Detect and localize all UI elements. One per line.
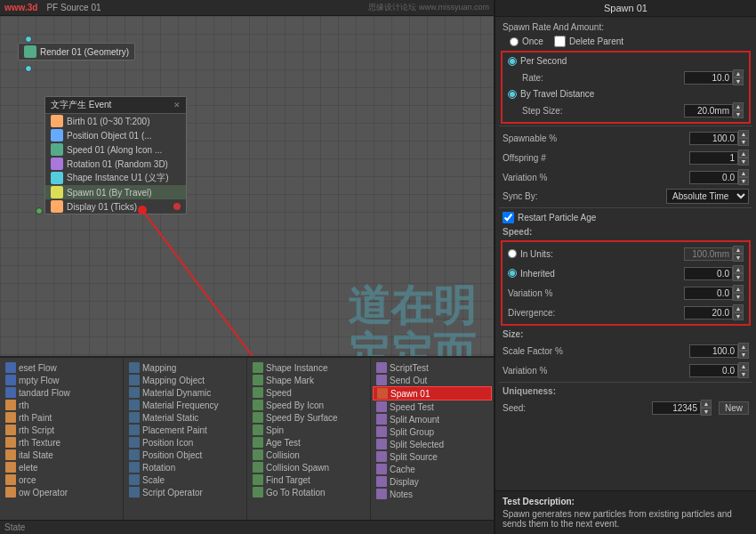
item-collision-spawn[interactable]: Collision Spawn xyxy=(249,461,368,473)
rate-input[interactable] xyxy=(684,71,733,85)
event-panel-close[interactable]: ✕ xyxy=(173,101,181,109)
seed-up-btn[interactable]: ▲ xyxy=(701,400,712,408)
item-split-amount[interactable]: Split Amount xyxy=(373,413,492,425)
rate-down-btn[interactable]: ▼ xyxy=(733,77,744,85)
item-material-dynamic[interactable]: Material Dynamic xyxy=(125,386,245,399)
item-reset-flow[interactable]: eset Flow xyxy=(2,361,121,374)
variation-up-btn-2[interactable]: ▲ xyxy=(733,285,744,293)
item-placement-paint[interactable]: Placement Paint xyxy=(125,424,245,436)
variation-spinner-1[interactable]: ▲ ▼ xyxy=(689,169,749,185)
event-birth[interactable]: Birth 01 (0~30 T:200) xyxy=(45,114,186,128)
step-size-input[interactable] xyxy=(684,104,733,117)
item-material-frequency[interactable]: Material Frequency xyxy=(125,399,245,411)
item-spawn-highlighted[interactable]: Spawn 01 xyxy=(373,386,492,400)
item-birth-texture[interactable]: rth Texture xyxy=(2,436,121,449)
divergence-input[interactable] xyxy=(684,306,733,320)
rate-spinner[interactable]: ▲ ▼ xyxy=(684,69,744,85)
size-var-up-btn[interactable]: ▲ xyxy=(738,362,749,370)
item-position-icon[interactable]: Position Icon xyxy=(125,436,245,449)
item-birth-script[interactable]: rth Script xyxy=(2,424,121,436)
seed-input[interactable] xyxy=(652,401,701,415)
offspring-down-btn[interactable]: ▼ xyxy=(738,158,749,166)
spawnable-up-btn[interactable]: ▲ xyxy=(738,130,749,138)
item-go-to-rotation[interactable]: Go To Rotation xyxy=(249,486,368,498)
sync-by-select[interactable]: Absolute Time Particle Age Event Duratio… xyxy=(666,189,749,204)
item-initial-state[interactable]: ital State xyxy=(2,449,121,461)
item-delete[interactable]: elete xyxy=(2,461,121,473)
in-units-radio[interactable] xyxy=(508,249,517,258)
step-size-up-btn[interactable]: ▲ xyxy=(733,102,744,110)
spawnable-down-btn[interactable]: ▼ xyxy=(738,138,749,146)
size-var-down-btn[interactable]: ▼ xyxy=(738,370,749,378)
event-shape-instance[interactable]: Shape Instance U1 (义字) xyxy=(45,171,186,185)
item-flow-operator[interactable]: ow Operator xyxy=(2,486,121,498)
item-spin[interactable]: Spin xyxy=(249,424,368,436)
item-find-target[interactable]: Find Target xyxy=(249,473,368,486)
item-speed-by-icon[interactable]: Speed By Icon xyxy=(249,399,368,411)
item-rotation[interactable]: Rotation xyxy=(125,461,245,473)
by-travel-radio[interactable] xyxy=(508,90,517,99)
scale-down-btn[interactable]: ▼ xyxy=(738,351,749,359)
delete-parent-checkbox[interactable] xyxy=(554,36,566,47)
inherited-input[interactable] xyxy=(684,267,733,280)
item-mapping[interactable]: Mapping xyxy=(125,361,245,374)
in-units-down-btn[interactable]: ▼ xyxy=(733,254,744,262)
event-spawn[interactable]: Spawn 01 (By Travel) xyxy=(45,185,186,199)
item-cache[interactable]: Cache xyxy=(373,463,492,475)
item-speed[interactable]: Speed xyxy=(249,386,368,399)
size-variation-input[interactable] xyxy=(689,364,738,377)
variation-input-1[interactable] xyxy=(689,171,738,184)
step-size-spinner[interactable]: ▲ ▼ xyxy=(684,102,744,118)
divergence-down-btn[interactable]: ▼ xyxy=(733,312,744,320)
restart-age-checkbox[interactable] xyxy=(503,212,514,223)
event-display[interactable]: Display 01 (Ticks) xyxy=(45,199,186,214)
item-material-static[interactable]: Material Static xyxy=(125,411,245,424)
item-standard-flow[interactable]: tandard Flow xyxy=(2,386,121,399)
variation-down-btn-1[interactable]: ▼ xyxy=(738,177,749,185)
item-script-operator[interactable]: Script Operator xyxy=(125,486,245,498)
in-units-input[interactable] xyxy=(684,247,733,261)
rate-up-btn[interactable]: ▲ xyxy=(733,69,744,77)
scale-up-btn[interactable]: ▲ xyxy=(738,343,749,351)
variation-up-btn-1[interactable]: ▲ xyxy=(738,169,749,177)
event-speed[interactable]: Speed 01 (Along Icon ... xyxy=(45,142,186,157)
item-mapping-object[interactable]: Mapping Object xyxy=(125,374,245,386)
event-rotation[interactable]: Rotation 01 (Random 3D) xyxy=(45,157,186,171)
inherited-up-btn[interactable]: ▲ xyxy=(733,265,744,273)
item-birth-paint[interactable]: rth Paint xyxy=(2,411,121,424)
in-units-spinner[interactable]: ▲ ▼ xyxy=(684,246,744,262)
size-variation-spinner[interactable]: ▲ ▼ xyxy=(689,362,749,378)
spawnable-input[interactable] xyxy=(689,132,738,145)
item-collision[interactable]: Collision xyxy=(249,449,368,461)
item-shape-mark[interactable]: Shape Mark xyxy=(249,374,368,386)
render-node[interactable]: Render 01 (Geometry) xyxy=(18,43,135,61)
inherited-radio[interactable] xyxy=(508,269,517,278)
item-split-group[interactable]: Split Group xyxy=(373,425,492,438)
offspring-spinner[interactable]: ▲ ▼ xyxy=(689,150,749,166)
scale-factor-input[interactable] xyxy=(689,344,738,358)
variation-input-2[interactable] xyxy=(684,287,733,300)
once-radio[interactable] xyxy=(510,37,519,46)
seed-spinner[interactable]: ▲ ▼ xyxy=(652,400,712,416)
item-script-test[interactable]: ScriptTest xyxy=(373,361,492,374)
new-seed-button[interactable]: New xyxy=(719,401,749,415)
seed-down-btn[interactable]: ▼ xyxy=(701,408,712,416)
event-position-object[interactable]: Position Object 01 (... xyxy=(45,128,186,142)
item-send-out[interactable]: Send Out xyxy=(373,374,492,386)
item-split-source[interactable]: Split Source xyxy=(373,450,492,463)
offspring-input[interactable] xyxy=(689,151,738,165)
per-second-radio[interactable] xyxy=(508,57,517,66)
scale-factor-spinner[interactable]: ▲ ▼ xyxy=(689,343,749,359)
item-split-selected[interactable]: Split Selected xyxy=(373,438,492,450)
item-birth[interactable]: rth xyxy=(2,399,121,411)
variation-down-btn-2[interactable]: ▼ xyxy=(733,293,744,301)
divergence-up-btn[interactable]: ▲ xyxy=(733,304,744,312)
inherited-down-btn[interactable]: ▼ xyxy=(733,273,744,281)
variation-spinner-2[interactable]: ▲ ▼ xyxy=(684,285,744,301)
inherited-spinner[interactable]: ▲ ▼ xyxy=(684,265,744,281)
offspring-up-btn[interactable]: ▲ xyxy=(738,150,749,158)
item-speed-test[interactable]: Speed Test xyxy=(373,400,492,413)
in-units-up-btn[interactable]: ▲ xyxy=(733,246,744,254)
item-force[interactable]: orce xyxy=(2,473,121,486)
item-display[interactable]: Display xyxy=(373,475,492,488)
